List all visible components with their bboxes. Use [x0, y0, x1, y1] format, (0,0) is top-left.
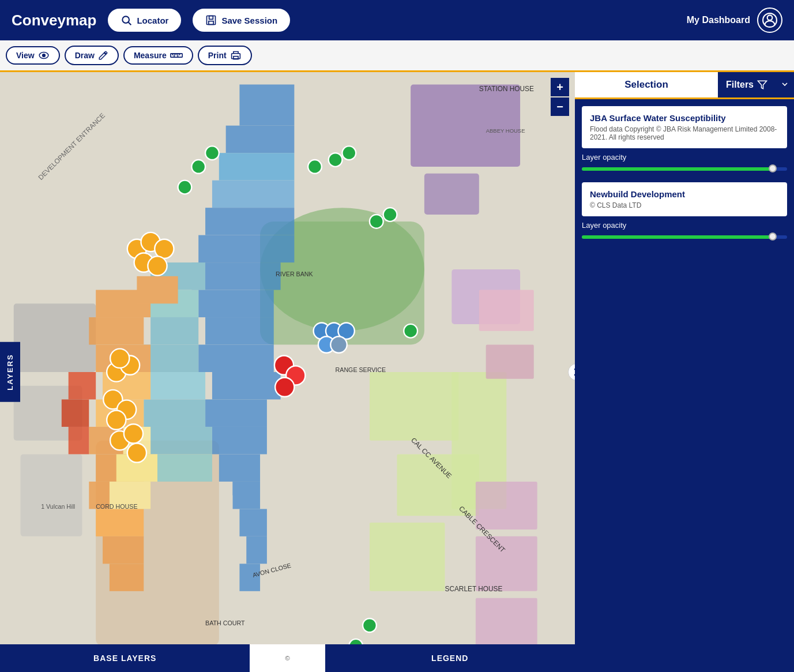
svg-rect-61: [150, 427, 212, 454]
filter-icon: [757, 80, 767, 90]
filters-tab[interactable]: Filters: [718, 73, 776, 97]
svg-rect-62: [157, 454, 212, 481]
svg-rect-81: [137, 276, 178, 303]
svg-rect-78: [62, 399, 89, 426]
view-button[interactable]: View: [6, 46, 60, 65]
svg-rect-42: [198, 235, 294, 262]
svg-point-103: [107, 410, 126, 429]
toolbar: View Draw Measure Print: [0, 40, 794, 72]
svg-rect-26: [370, 523, 445, 591]
opacity-thumb[interactable]: [769, 164, 777, 172]
print-icon: [230, 50, 242, 61]
eye-icon: [38, 51, 50, 59]
svg-text:SCARLET HOUSE: SCARLET HOUSE: [445, 585, 502, 593]
map-zoom-controls: + −: [551, 78, 569, 116]
svg-text:RANGE SERVICE: RANGE SERVICE: [336, 366, 386, 373]
svg-point-85: [308, 160, 322, 174]
svg-rect-71: [96, 509, 144, 536]
measure-button[interactable]: Measure: [123, 46, 193, 65]
layer-1-opacity-slider[interactable]: [582, 164, 787, 173]
svg-point-111: [330, 336, 347, 352]
print-button[interactable]: Print: [198, 46, 252, 65]
svg-point-97: [148, 256, 167, 275]
svg-rect-35: [21, 454, 82, 536]
selection-tab[interactable]: Selection: [575, 72, 718, 97]
svg-point-83: [191, 160, 205, 174]
opacity-fill-2: [582, 235, 773, 239]
map-bottom-bar: BASE LAYERS © LEGEND: [0, 644, 575, 672]
layer-2-subtitle: © CLS Data LTD: [590, 201, 779, 209]
svg-text:BATH COURT: BATH COURT: [205, 620, 245, 626]
svg-point-100: [110, 349, 129, 368]
svg-rect-32: [476, 598, 537, 646]
zoom-out-button[interactable]: −: [551, 97, 569, 116]
main-container: DEVELOPMENT ENTRANCE RIVER BANK RANGE SE…: [0, 72, 794, 672]
svg-point-87: [342, 146, 356, 160]
right-panel: Selection Filters JBA Surface Water Susc…: [575, 72, 794, 672]
base-layers-button[interactable]: BASE LAYERS: [0, 644, 250, 672]
svg-point-106: [127, 443, 146, 462]
map-area[interactable]: DEVELOPMENT ENTRANCE RIVER BANK RANGE SE…: [0, 72, 575, 672]
svg-rect-59: [150, 372, 205, 399]
svg-point-86: [329, 153, 343, 167]
layer-1-title: JBA Surface Water Susceptibility: [590, 113, 779, 123]
zoom-in-button[interactable]: +: [551, 78, 569, 96]
svg-rect-60: [144, 399, 205, 426]
svg-point-88: [370, 215, 383, 228]
chevron-down-icon[interactable]: [776, 74, 794, 96]
svg-rect-40: [212, 181, 294, 208]
layer-1-card: JBA Surface Water Susceptibility Flood d…: [582, 106, 787, 148]
legend-button[interactable]: LEGEND: [325, 644, 575, 672]
layer-2-card: Newbuild Development © CLS Data LTD: [582, 182, 787, 216]
svg-rect-57: [150, 317, 198, 344]
svg-point-82: [178, 181, 192, 194]
layer-1-subtitle: Flood data Copyright © JBA Risk Manageme…: [590, 125, 779, 141]
svg-rect-39: [219, 153, 295, 180]
svg-rect-77: [69, 372, 96, 399]
opacity-thumb-2[interactable]: [769, 232, 777, 241]
svg-rect-24: [370, 372, 458, 441]
svg-rect-38: [226, 126, 295, 153]
svg-rect-52: [239, 509, 266, 536]
svg-rect-28: [479, 290, 534, 331]
svg-line-1: [129, 22, 131, 25]
svg-text:RIVER BANK: RIVER BANK: [276, 271, 313, 277]
svg-rect-4: [209, 21, 213, 25]
svg-rect-30: [476, 482, 537, 530]
svg-rect-45: [205, 317, 274, 344]
svg-point-5: [767, 15, 773, 20]
svg-rect-47: [212, 372, 281, 399]
svg-point-0: [123, 16, 130, 23]
svg-point-114: [275, 377, 294, 396]
svg-point-95: [155, 239, 174, 258]
svg-rect-64: [89, 317, 144, 344]
svg-point-91: [363, 618, 377, 632]
svg-text:CORD HOUSE: CORD HOUSE: [96, 503, 137, 510]
locator-button[interactable]: Locator: [108, 9, 181, 32]
svg-rect-37: [239, 85, 294, 126]
layer-card-2: Newbuild Development © CLS Data LTD Laye…: [582, 182, 787, 243]
svg-rect-22: [424, 174, 479, 215]
avatar[interactable]: [757, 7, 782, 33]
svg-point-89: [383, 208, 397, 222]
svg-rect-73: [110, 564, 144, 591]
map-canvas: DEVELOPMENT ENTRANCE RIVER BANK RANGE SE…: [0, 72, 575, 672]
svg-rect-49: [212, 427, 267, 454]
draw-button[interactable]: Draw: [65, 46, 119, 65]
save-session-button[interactable]: Save Session: [193, 9, 290, 32]
svg-rect-33: [14, 303, 96, 372]
layer-2-opacity-slider[interactable]: [582, 232, 787, 241]
header: Conveymap Locator Save Session My Dashbo…: [0, 0, 794, 40]
layer-2-opacity-label: Layer opacity: [582, 221, 787, 230]
svg-rect-29: [486, 345, 534, 379]
svg-rect-72: [103, 536, 144, 564]
panel-content: JBA Surface Water Susceptibility Flood d…: [575, 99, 794, 250]
layers-tab[interactable]: LAYERS: [0, 342, 20, 402]
svg-rect-79: [69, 427, 89, 454]
layers-tab-container: LAYERS: [0, 342, 20, 402]
save-icon: [205, 14, 217, 26]
dashboard-area: My Dashboard: [687, 7, 782, 33]
opacity-fill: [582, 167, 773, 171]
svg-rect-53: [246, 536, 267, 564]
svg-rect-48: [205, 399, 267, 426]
